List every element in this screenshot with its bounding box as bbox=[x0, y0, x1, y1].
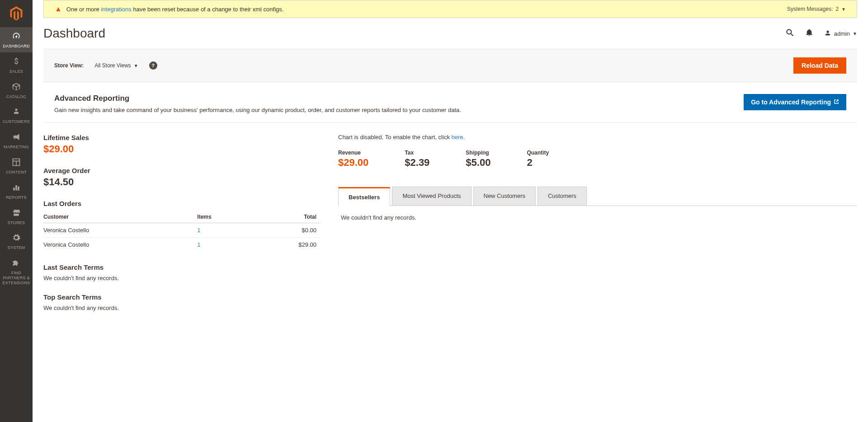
last-search-title: Last Search Terms bbox=[43, 263, 320, 271]
cell-items[interactable]: 1 bbox=[197, 238, 253, 252]
nav-content[interactable]: CONTENT bbox=[0, 153, 33, 178]
nav-system[interactable]: SYSTEM bbox=[0, 229, 33, 254]
tab-new-customers[interactable]: New Customers bbox=[473, 187, 536, 206]
advanced-reporting-title: Advanced Reporting bbox=[54, 94, 461, 103]
tab-most-viewed[interactable]: Most Viewed Products bbox=[392, 187, 471, 206]
warning-icon: ▲ bbox=[55, 5, 62, 13]
puzzle-icon bbox=[0, 258, 33, 269]
megaphone-icon bbox=[0, 132, 33, 143]
help-icon[interactable]: ? bbox=[149, 61, 157, 70]
metric-value: 2 bbox=[527, 157, 549, 169]
table-row[interactable]: Veronica Costello 1 $0.00 bbox=[43, 223, 320, 238]
dashboard-body: Lifetime Sales $29.00 Average Order $14.… bbox=[33, 123, 868, 322]
nav-label: SYSTEM bbox=[0, 245, 33, 250]
metric-quantity: Quantity 2 bbox=[527, 150, 549, 169]
gear-icon bbox=[0, 233, 33, 244]
adv-report-btn-label: Go to Advanced Reporting bbox=[751, 98, 831, 106]
nav-partners[interactable]: FIND PARTNERS & EXTENSIONS bbox=[0, 254, 33, 289]
main-content: ▲ One or more integrations have been res… bbox=[33, 0, 868, 322]
box-icon bbox=[0, 82, 33, 93]
cell-total: $29.00 bbox=[253, 238, 320, 252]
chart-disabled-message: Chart is disabled. To enable the chart, … bbox=[338, 134, 857, 141]
notifications-icon[interactable] bbox=[805, 28, 813, 39]
system-message-text: ▲ One or more integrations have been res… bbox=[55, 5, 283, 13]
page-title: Dashboard bbox=[43, 26, 105, 41]
last-search-empty: We couldn't find any records. bbox=[43, 275, 320, 281]
system-messages-toggle[interactable]: System Messages: 2 ▼ bbox=[787, 6, 846, 12]
chart-msg-before: Chart is disabled. To enable the chart, … bbox=[338, 134, 452, 141]
tab-bestsellers[interactable]: Bestsellers bbox=[338, 187, 390, 206]
chevron-down-icon: ▼ bbox=[853, 31, 857, 36]
metric-revenue: Revenue $29.00 bbox=[338, 150, 368, 169]
table-row[interactable]: Veronica Costello 1 $29.00 bbox=[43, 238, 320, 252]
user-icon bbox=[824, 29, 831, 38]
svg-rect-4 bbox=[15, 185, 17, 191]
external-link-icon bbox=[834, 99, 839, 106]
tab-content-empty: We couldn't find any records. bbox=[338, 206, 857, 229]
cell-customer: Veronica Costello bbox=[43, 223, 197, 238]
nav-label: CUSTOMERS bbox=[0, 119, 33, 124]
metric-label: Quantity bbox=[527, 150, 549, 156]
nav-label: SALES bbox=[0, 69, 33, 74]
dollar-icon bbox=[0, 57, 33, 67]
top-search-title: Top Search Terms bbox=[43, 293, 320, 301]
nav-sales[interactable]: SALES bbox=[0, 52, 33, 78]
svg-point-6 bbox=[787, 29, 791, 34]
metric-value: $5.00 bbox=[466, 157, 491, 169]
go-to-advanced-reporting-button[interactable]: Go to Advanced Reporting bbox=[744, 94, 846, 110]
average-order-block: Average Order $14.50 bbox=[43, 167, 320, 188]
reload-data-button[interactable]: Reload Data bbox=[793, 57, 846, 74]
chevron-down-icon: ▼ bbox=[134, 63, 138, 68]
sys-msg-before: One or more bbox=[66, 6, 101, 13]
metric-shipping: Shipping $5.00 bbox=[466, 150, 491, 169]
person-icon bbox=[0, 107, 33, 117]
metric-label: Revenue bbox=[338, 150, 368, 156]
nav-reports[interactable]: REPORTS bbox=[0, 178, 33, 204]
integrations-link[interactable]: integrations bbox=[101, 6, 131, 13]
advanced-reporting-section: Advanced Reporting Gain new insights and… bbox=[43, 82, 857, 123]
last-orders-title: Last Orders bbox=[43, 200, 320, 207]
store-view-label: Store View: bbox=[54, 62, 84, 69]
nav-stores[interactable]: STORES bbox=[0, 204, 33, 229]
svg-line-7 bbox=[791, 33, 793, 36]
metric-label: Shipping bbox=[466, 150, 491, 156]
nav-customers[interactable]: CUSTOMERS bbox=[0, 103, 33, 128]
lifetime-sales-value: $29.00 bbox=[43, 143, 320, 155]
search-icon[interactable] bbox=[785, 28, 794, 39]
store-icon bbox=[0, 208, 33, 219]
nav-marketing[interactable]: MARKETING bbox=[0, 128, 33, 153]
metric-value: $2.39 bbox=[405, 157, 429, 169]
admin-user-menu[interactable]: admin ▼ bbox=[824, 29, 857, 38]
dashboard-right-column: Chart is disabled. To enable the chart, … bbox=[338, 134, 857, 311]
sys-msg-count: 2 bbox=[835, 6, 839, 12]
advanced-reporting-desc: Gain new insights and take command of yo… bbox=[54, 107, 461, 113]
sys-msg-after: have been reset because of a change to t… bbox=[132, 6, 284, 13]
admin-username: admin bbox=[834, 30, 850, 37]
col-total: Total bbox=[253, 211, 320, 223]
last-search-terms-block: Last Search Terms We couldn't find any r… bbox=[43, 263, 320, 281]
nav-label: MARKETING bbox=[0, 145, 33, 150]
col-customer: Customer bbox=[43, 211, 197, 223]
cell-items[interactable]: 1 bbox=[197, 223, 253, 238]
header-tools: admin ▼ bbox=[785, 28, 857, 39]
magento-logo[interactable] bbox=[0, 0, 33, 27]
store-view-bar: Store View: All Store Views ▼ ? Reload D… bbox=[43, 49, 857, 82]
dashboard-left-column: Lifetime Sales $29.00 Average Order $14.… bbox=[43, 134, 320, 311]
nav-catalog[interactable]: CATALOG bbox=[0, 78, 33, 103]
sidebar: DASHBOARD SALES CATALOG CUSTOMERS MARKET… bbox=[0, 0, 33, 322]
cell-customer: Veronica Costello bbox=[43, 238, 197, 252]
nav-label: FIND PARTNERS & EXTENSIONS bbox=[0, 271, 33, 285]
tab-customers[interactable]: Customers bbox=[538, 187, 587, 206]
store-view-select[interactable]: All Store Views ▼ bbox=[94, 62, 138, 69]
average-order-title: Average Order bbox=[43, 167, 320, 174]
last-orders-table: Customer Items Total Veronica Costello 1… bbox=[43, 211, 320, 252]
enable-chart-link[interactable]: here bbox=[452, 134, 463, 141]
nav-label: STORES bbox=[0, 220, 33, 225]
page-header: Dashboard admin ▼ bbox=[33, 18, 868, 49]
cell-total: $0.00 bbox=[253, 223, 320, 238]
chevron-down-icon: ▼ bbox=[841, 7, 846, 12]
layout-icon bbox=[0, 158, 33, 168]
nav-dashboard[interactable]: DASHBOARD bbox=[0, 27, 33, 52]
average-order-value: $14.50 bbox=[43, 176, 320, 188]
bar-chart-icon bbox=[0, 183, 33, 193]
